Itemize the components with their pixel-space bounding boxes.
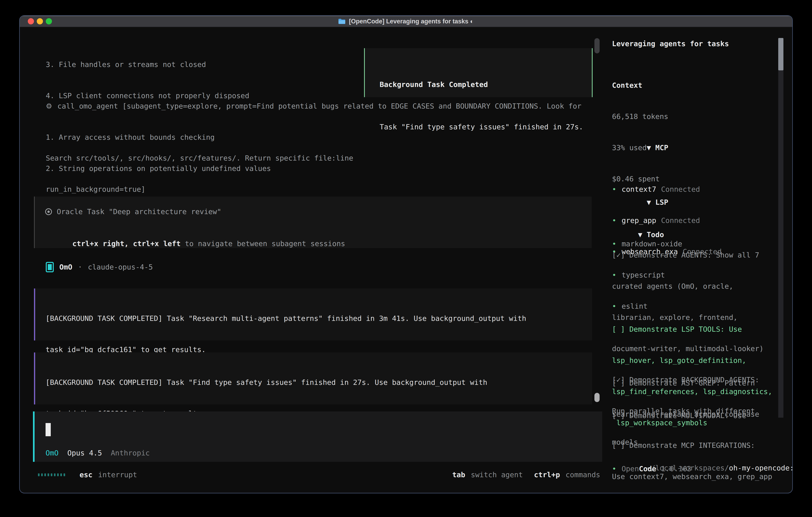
composer-model: Opus 4.5 (67, 448, 102, 458)
gear-icon: ⚙ (46, 101, 52, 111)
zoom-button[interactable] (46, 18, 52, 24)
todo-line: [ ] Demonstrate AST-GREP: Pattern (612, 378, 772, 388)
transcript-line: 3. File handles or streams not closed (46, 59, 353, 70)
agent-icon (46, 262, 54, 272)
text-cursor (46, 423, 51, 436)
background-task-card: [BACKGROUND TASK COMPLETED] Task "Find t… (34, 352, 592, 404)
notification-body: Task "Find type safety issues" finished … (380, 122, 592, 132)
todo-line: [ ] Demonstrate LSP TOOLS: Use (612, 324, 772, 334)
workspace-repo: oh-my-opencode: (729, 464, 793, 472)
todo-line: [✓] Demonstrate AGENTS: Show all 7 (612, 250, 764, 260)
lsp-header-label: LSP (655, 198, 668, 206)
agent-model: claude-opus-4-5 (88, 262, 153, 272)
window-controls (28, 16, 52, 27)
folder-icon (338, 19, 346, 24)
hint-rest: to navigate between subagent sessions (181, 240, 345, 248)
agent-header: OmO · claude-opus-4-5 (46, 262, 153, 272)
brand-suffix: Code (639, 464, 656, 474)
oracle-task-card: Oracle Task "Deep architecture review" c… (34, 196, 591, 248)
sidebar-scrollbar-track[interactable] (778, 71, 783, 418)
notification-title: Background Task Completed (380, 79, 592, 90)
task-line1: [BACKGROUND TASK COMPLETED] Task "Resear… (46, 313, 592, 324)
prompt-input[interactable]: OmO Opus 4.5 Anthropic (33, 411, 602, 462)
esc-key-label: interrupt (98, 470, 137, 480)
hint-keys: ctrl+x right, ctrl+x left (72, 240, 181, 248)
chevron-down-icon: ▼ (646, 143, 651, 152)
context-header: Context (612, 80, 668, 90)
todo-line: [ ] Demonstrate MULTIMODAL: Use (612, 410, 746, 421)
minimize-button[interactable] (37, 18, 43, 24)
notification-toast[interactable]: Background Task Completed Task "Find typ… (364, 48, 592, 97)
task-line1: [BACKGROUND TASK COMPLETED] Task "Find t… (46, 377, 592, 388)
mcp-section-header[interactable]: ▼ MCP (612, 132, 722, 163)
lsp-section-header[interactable]: ▼ LSP (612, 187, 682, 218)
ctrlp-key-hint: ctrl+p (534, 470, 560, 480)
separator-dot: · (78, 262, 82, 272)
version-row: •OpenCode1.0.163 (612, 464, 691, 474)
ctrlp-key-label: commands (566, 470, 600, 480)
desktop: { "window": { "title": "[OpenCode] Lever… (0, 0, 812, 517)
background-task-card: [BACKGROUND TASK COMPLETED] Task "Resear… (34, 289, 592, 341)
mcp-header-label: MCP (655, 143, 668, 152)
oracle-title-row: Oracle Task "Deep architecture review" (45, 207, 591, 217)
status-bar: esc interrupt tab switch agent ctrl+p co… (38, 470, 600, 480)
composer-agent: OmO (46, 448, 59, 458)
tab-key-hint: tab (452, 470, 465, 480)
version-number: 1.0.163 (661, 464, 691, 474)
main-scrollbar-thumb[interactable] (594, 393, 600, 402)
oracle-title: Oracle Task "Deep architecture review" (57, 207, 222, 217)
oracle-status-icon (45, 208, 52, 215)
chevron-down-icon: ▼ (646, 198, 651, 206)
bug-list-item: 2. String operations on potentially unde… (46, 163, 557, 174)
oracle-hint: ctrl+x right, ctrl+x left to navigate be… (46, 228, 591, 259)
status-dot-icon: • (612, 464, 621, 474)
title-group: [OpenCode] Leveraging agents for tasks ◐ (338, 18, 474, 25)
window-title: [OpenCode] Leveraging agents for tasks ◐ (349, 18, 474, 25)
esc-key-hint: esc (80, 470, 92, 480)
app-window: [OpenCode] Leveraging agents for tasks ◐… (19, 15, 793, 493)
close-button[interactable] (28, 18, 34, 24)
activity-dots (38, 473, 65, 476)
composer-provider: Anthropic (111, 448, 150, 458)
tab-key-label: switch agent (471, 470, 523, 480)
transcript-line: 4. LSP client connections not properly d… (46, 90, 353, 101)
sidebar: Leveraging agents for tasks Context 66,5… (612, 16, 778, 255)
sidebar-scrollbar-thumb[interactable] (778, 38, 783, 71)
main-scrollbar-segment[interactable] (594, 38, 600, 53)
agent-name: OmO (59, 262, 72, 272)
workspace-info: ~/local-workspaces/oh-my-opencode: maste… (612, 432, 793, 493)
session-title: Leveraging agents for tasks (612, 38, 729, 49)
brand-prefix: Open (621, 464, 639, 474)
todo-line: curated agents (OmO, oracle, (612, 281, 764, 292)
